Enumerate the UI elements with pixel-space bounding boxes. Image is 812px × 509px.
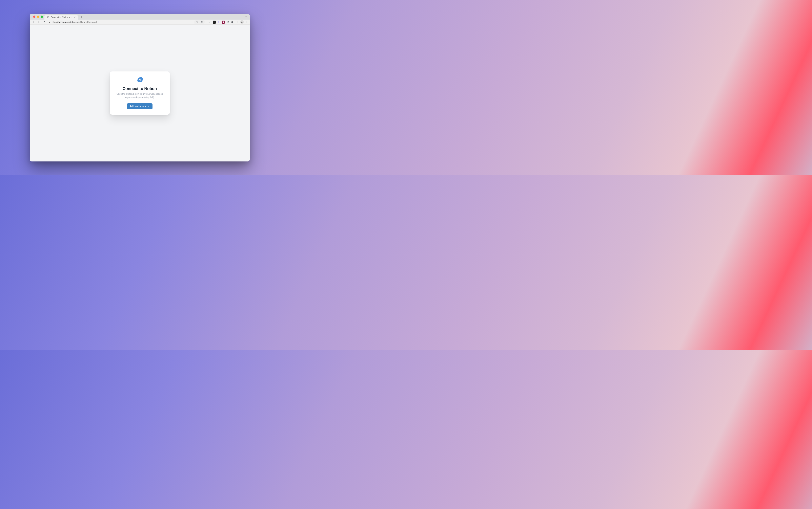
extension-icon-d[interactable]: D [217,21,220,24]
svg-rect-1 [214,22,215,23]
svg-text:N: N [139,78,141,81]
lock-icon [49,21,51,23]
window-close-button[interactable] [33,15,35,18]
extensions-puzzle-icon[interactable] [231,21,234,24]
side-panel-icon[interactable] [236,21,239,24]
svg-point-5 [246,21,247,22]
profile-avatar[interactable] [240,20,244,24]
address-bar[interactable]: https://notion-newsletter.test/filament/… [47,20,192,24]
window-controls [32,15,44,18]
chevron-down-icon[interactable] [244,15,247,18]
reload-button[interactable] [42,20,45,24]
window-minimize-button[interactable] [37,15,39,18]
url-scheme: https:// [52,21,59,23]
toolbar-right: D N [208,20,248,24]
browser-window: Connect to Notion - Newsly https:/ [30,14,250,162]
card-subtext: Click the button below to give Newsly ac… [114,92,165,99]
window-maximize-button[interactable] [41,15,43,18]
svg-point-7 [246,23,247,23]
add-workspace-button[interactable]: Add workspace → [127,103,153,109]
globe-icon [46,16,49,19]
action-pill [194,20,205,24]
url-host: notion-newsletter.test [59,21,80,23]
extension-icon-1[interactable] [208,20,211,24]
url-text: https://notion-newsletter.test/filament/… [52,21,97,23]
url-path: /filament/onboard [80,21,97,23]
svg-point-2 [227,22,228,22]
card-heading: Connect to Notion [123,87,157,91]
share-icon[interactable] [195,20,199,24]
svg-point-4 [242,21,242,22]
nav-back-button[interactable] [32,20,35,24]
nav-forward-button[interactable] [37,20,40,24]
app-logo: N [136,77,143,83]
close-icon[interactable] [74,16,76,19]
extension-icon-n[interactable]: N [222,21,225,24]
cta-label: Add workspace [130,105,146,108]
svg-point-6 [246,22,247,22]
tab-title: Connect to Notion - Newsly [51,16,72,19]
onboarding-card: N Connect to Notion Click the button bel… [110,71,170,115]
page-content: N Connect to Notion Click the button bel… [30,25,250,162]
svg-rect-3 [236,21,238,23]
gear-icon[interactable] [226,21,229,24]
browser-tab[interactable]: Connect to Notion - Newsly [44,15,78,20]
bookmark-star-icon[interactable] [200,20,204,24]
extension-icon-2[interactable] [213,21,216,24]
tab-strip: Connect to Notion - Newsly [30,14,250,20]
new-tab-button[interactable] [79,15,84,20]
browser-menu-button[interactable] [245,21,248,23]
arrow-right-icon: → [147,105,150,108]
browser-toolbar: https://notion-newsletter.test/filament/… [30,20,250,25]
